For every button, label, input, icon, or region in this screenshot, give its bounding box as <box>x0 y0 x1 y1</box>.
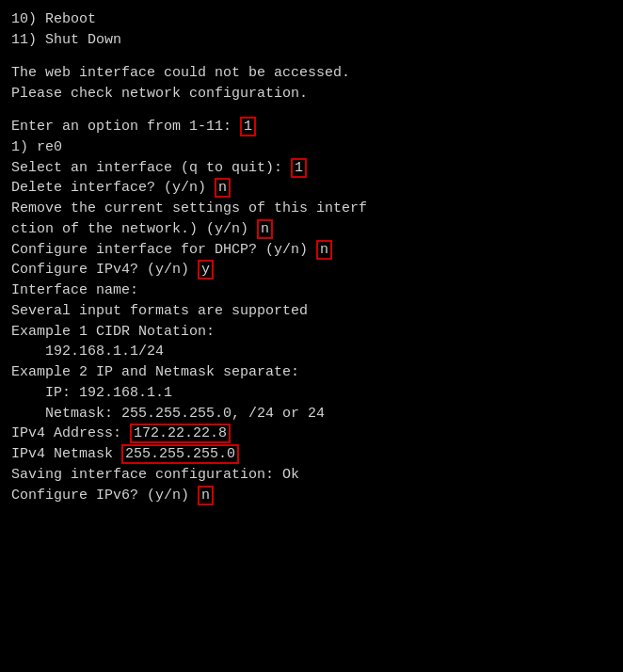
line-warning2: Please check network configuration. <box>11 84 612 104</box>
line-ipv4-netmask: IPv4 Netmask 255.255.255.0 <box>11 444 612 465</box>
line-remove2: ction of the network.) (y/n) n <box>11 219 612 240</box>
line-saving: Saving interface configuration: Ok <box>11 465 612 486</box>
line-cidr-example: 192.168.1.1/24 <box>11 342 612 362</box>
input-ipv4-address: 172.22.22.8 <box>130 424 231 443</box>
input-remove: n <box>257 219 273 239</box>
line-example2-label: Example 2 IP and Netmask separate: <box>11 362 612 383</box>
line-remove1: Remove the current settings of this inte… <box>11 199 612 219</box>
line-10: 10) Reboot <box>11 9 612 30</box>
line-warning1: The web interface could not be accessed. <box>11 63 612 84</box>
input-interface: 1 <box>291 158 307 178</box>
line-11: 11) Shut Down <box>11 30 612 51</box>
input-ipv6: n <box>198 486 214 505</box>
input-ipv4-netmask: 255.255.255.0 <box>121 444 239 464</box>
line-interface-name: Interface name: <box>11 280 612 301</box>
input-dhcp: n <box>316 240 332 260</box>
line-option-prompt: Enter an option from 1-11: 1 <box>11 117 612 137</box>
spacer-2 <box>11 104 612 118</box>
line-example1-label: Example 1 CIDR Notation: <box>11 322 612 343</box>
spacer-1 <box>11 51 612 64</box>
line-netmask-example: Netmask: 255.255.255.0, /24 or 24 <box>11 404 612 424</box>
line-re0: 1) re0 <box>11 137 612 158</box>
line-ip-example: IP: 192.168.1.1 <box>11 383 612 404</box>
line-ipv4-question: Configure IPv4? (y/n) y <box>11 260 612 280</box>
line-dhcp: Configure interface for DHCP? (y/n) n <box>11 240 612 261</box>
line-ipv6-question: Configure IPv6? (y/n) n <box>11 486 612 506</box>
line-ipv4-address: IPv4 Address: 172.22.22.8 <box>11 424 612 444</box>
input-ipv4: y <box>198 260 214 280</box>
line-delete-interface: Delete interface? (y/n) n <box>11 178 612 199</box>
input-option: 1 <box>240 117 256 136</box>
input-delete: n <box>215 178 231 198</box>
terminal-window: 10) Reboot 11) Shut Down The web interfa… <box>11 9 612 663</box>
line-several-formats: Several input formats are supported <box>11 301 612 322</box>
line-select-interface: Select an interface (q to quit): 1 <box>11 158 612 179</box>
